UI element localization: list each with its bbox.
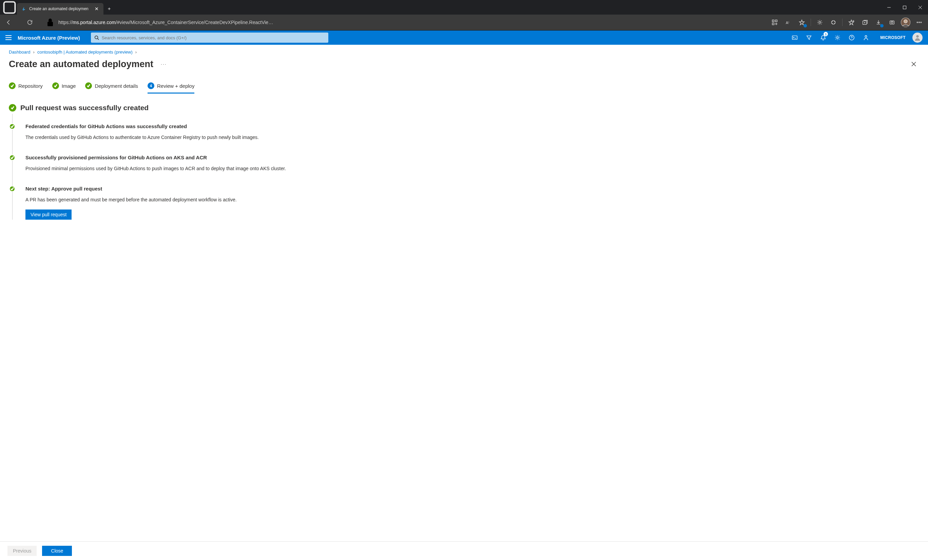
help-icon[interactable] bbox=[845, 30, 858, 45]
status-headline: Pull request was successfully created bbox=[20, 104, 148, 112]
svg-rect-6 bbox=[772, 20, 774, 22]
close-icon bbox=[911, 62, 916, 67]
svg-point-21 bbox=[919, 22, 920, 23]
favorites-star-icon[interactable] bbox=[796, 16, 808, 29]
status-item-title: Federated credentials for GitHub Actions… bbox=[26, 123, 919, 129]
success-check-icon bbox=[9, 104, 16, 111]
breadcrumb-link[interactable]: contosobipfh | Automated deployments (pr… bbox=[37, 50, 133, 55]
success-check-icon bbox=[9, 155, 15, 161]
azure-brand[interactable]: Microsoft Azure (Preview) bbox=[18, 35, 80, 41]
extensions-icon[interactable] bbox=[827, 16, 839, 29]
notifications-icon[interactable]: 1 bbox=[817, 30, 830, 45]
svg-point-20 bbox=[917, 22, 918, 23]
status-item-title: Successfully provisioned permissions for… bbox=[26, 155, 919, 160]
page-footer: Previous Close bbox=[0, 541, 928, 560]
tab-close-icon[interactable]: ✕ bbox=[94, 6, 99, 12]
success-check-icon bbox=[9, 186, 15, 192]
window-controls bbox=[881, 0, 928, 15]
portal-menu-button[interactable] bbox=[5, 33, 14, 42]
check-icon bbox=[52, 82, 59, 89]
status-item-title: Next step: Approve pull request bbox=[26, 186, 919, 192]
status-item: Successfully provisioned permissions for… bbox=[12, 155, 919, 172]
search-icon bbox=[94, 35, 99, 40]
profile-avatar-icon bbox=[901, 18, 910, 27]
browser-tab[interactable]: Create an automated deploymen ✕ bbox=[17, 3, 104, 15]
svg-text:A⁾: A⁾ bbox=[786, 21, 789, 25]
app-launcher-icon[interactable] bbox=[769, 16, 781, 29]
settings-gear-icon[interactable] bbox=[831, 30, 844, 45]
profile-button[interactable] bbox=[899, 16, 912, 29]
url-text: https://ms.portal.azure.com/#view/Micros… bbox=[58, 20, 766, 25]
wizard-steps: Repository Image Deployment details 4 Re… bbox=[9, 82, 919, 94]
page-title-more-button[interactable]: ··· bbox=[159, 60, 168, 68]
svg-rect-5 bbox=[47, 22, 53, 26]
chevron-right-icon: › bbox=[33, 50, 35, 55]
status-item: Federated credentials for GitHub Actions… bbox=[12, 123, 919, 141]
status-item: Next step: Approve pull request A PR has… bbox=[12, 186, 919, 220]
notification-badge: 1 bbox=[824, 32, 828, 36]
svg-rect-25 bbox=[792, 36, 797, 40]
tab-title: Create an automated deploymen bbox=[29, 6, 91, 11]
wizard-step-image[interactable]: Image bbox=[52, 82, 76, 93]
step-number-badge: 4 bbox=[148, 82, 154, 89]
svg-point-22 bbox=[920, 22, 922, 23]
address-bar[interactable]: https://ms.portal.azure.com/#view/Micros… bbox=[43, 17, 767, 28]
svg-point-28 bbox=[865, 36, 867, 37]
wizard-step-label: Repository bbox=[18, 83, 43, 89]
deployment-status: Pull request was successfully created Fe… bbox=[9, 104, 919, 220]
person-icon bbox=[914, 34, 921, 41]
feedback-icon[interactable] bbox=[859, 30, 873, 45]
svg-rect-0 bbox=[4, 2, 15, 13]
svg-point-26 bbox=[837, 37, 838, 38]
view-pull-request-button[interactable]: View pull request bbox=[26, 210, 72, 220]
nav-back-button[interactable] bbox=[3, 16, 15, 29]
search-input[interactable] bbox=[102, 35, 325, 40]
wizard-step-repository[interactable]: Repository bbox=[9, 82, 43, 93]
favorites-list-icon[interactable] bbox=[845, 16, 858, 29]
status-item-desc: The credentials used by GitHub Actions t… bbox=[26, 134, 919, 141]
blade-close-button[interactable] bbox=[908, 59, 919, 70]
downloads-icon[interactable] bbox=[872, 16, 885, 29]
cloud-shell-icon[interactable] bbox=[788, 30, 801, 45]
svg-rect-8 bbox=[772, 23, 774, 25]
svg-line-24 bbox=[97, 39, 99, 40]
svg-point-19 bbox=[904, 20, 907, 23]
account-avatar[interactable] bbox=[913, 32, 923, 43]
minimize-button[interactable] bbox=[881, 0, 897, 15]
dim-icon[interactable] bbox=[814, 16, 826, 29]
wizard-step-label: Image bbox=[62, 83, 76, 89]
tenant-name[interactable]: MICROSOFT bbox=[880, 35, 906, 40]
chevron-right-icon: › bbox=[135, 50, 137, 55]
tab-actions-button[interactable] bbox=[2, 0, 17, 15]
svg-point-23 bbox=[95, 36, 98, 39]
wizard-step-review-deploy[interactable]: 4 Review + deploy bbox=[148, 82, 194, 94]
svg-point-17 bbox=[891, 21, 893, 23]
read-aloud-icon[interactable]: A⁾ bbox=[782, 16, 794, 29]
breadcrumb: Dashboard › contosobipfh | Automated dep… bbox=[9, 50, 919, 55]
wizard-step-label: Deployment details bbox=[95, 83, 138, 89]
svg-point-29 bbox=[916, 35, 919, 38]
global-search[interactable] bbox=[91, 32, 328, 43]
site-info-icon[interactable] bbox=[45, 17, 56, 28]
directories-filter-icon[interactable] bbox=[802, 30, 816, 45]
more-menu-button[interactable] bbox=[913, 16, 925, 29]
close-button[interactable]: Close bbox=[42, 546, 72, 556]
maximize-button[interactable] bbox=[897, 0, 913, 15]
breadcrumb-link[interactable]: Dashboard bbox=[9, 50, 31, 55]
wizard-step-deployment-details[interactable]: Deployment details bbox=[85, 82, 138, 93]
refresh-button[interactable] bbox=[24, 16, 36, 29]
wizard-step-label: Review + deploy bbox=[157, 83, 194, 89]
collections-icon[interactable] bbox=[859, 16, 871, 29]
check-icon bbox=[85, 82, 92, 89]
close-window-button[interactable] bbox=[913, 0, 928, 15]
new-tab-button[interactable]: ＋ bbox=[104, 3, 115, 15]
status-item-desc: A PR has been generated and must be merg… bbox=[26, 196, 919, 203]
svg-point-10 bbox=[819, 21, 821, 23]
page: Dashboard › contosobipfh | Automated dep… bbox=[0, 45, 928, 560]
screenshot-icon[interactable] bbox=[886, 16, 898, 29]
previous-button[interactable]: Previous bbox=[8, 546, 37, 556]
success-check-icon bbox=[9, 123, 15, 129]
azure-favicon-icon bbox=[21, 6, 26, 12]
favorites-badge bbox=[803, 24, 807, 27]
page-title: Create an automated deployment bbox=[9, 59, 153, 70]
